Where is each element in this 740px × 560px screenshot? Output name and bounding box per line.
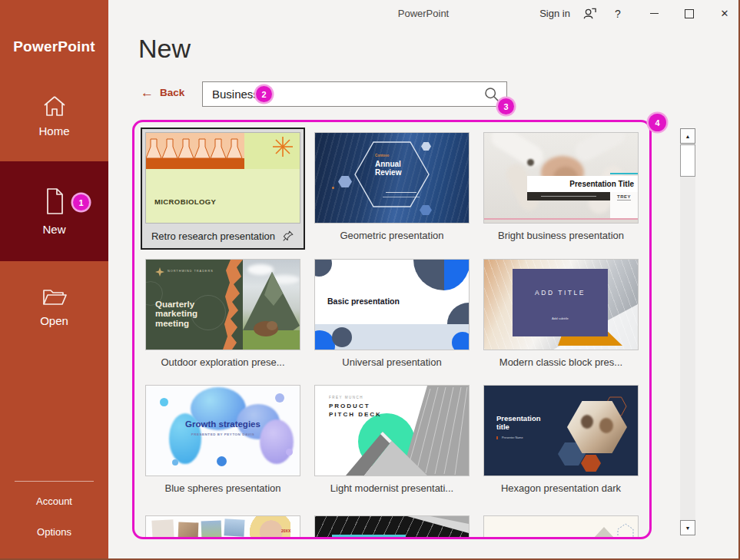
- corner-circle: [452, 332, 469, 350]
- sidebar-item-open[interactable]: Open: [0, 273, 108, 340]
- watch-shape: [527, 159, 534, 166]
- petal-shape: [444, 260, 469, 290]
- hexagon-outline: [315, 133, 469, 223]
- sphere-shape: [217, 456, 227, 466]
- slide-brand: Contoso: [375, 154, 389, 157]
- scroll-down-button[interactable]: ▼: [680, 520, 695, 535]
- back-arrow-icon: ←: [141, 86, 154, 99]
- template-card-partial-1[interactable]: 20XX: [146, 516, 300, 538]
- template-name[interactable]: Geometric presentation: [315, 230, 469, 241]
- template-card-partial-2[interactable]: [315, 516, 469, 538]
- new-document-icon: [42, 187, 67, 216]
- template-thumbnail[interactable]: MICROBIOLOGY: [146, 133, 300, 223]
- scroll-up-button[interactable]: ▲: [680, 128, 695, 144]
- flasks-illustration: [146, 133, 244, 169]
- slide-brand: NORTHWIND TRADERS: [168, 270, 214, 273]
- annotation-badge-3: 3: [498, 98, 514, 114]
- sidebar-item-home[interactable]: Home: [0, 86, 108, 146]
- open-folder-icon: [41, 286, 68, 307]
- help-button[interactable]: ?: [606, 0, 629, 27]
- template-name[interactable]: Light modernist presentati...: [315, 482, 469, 494]
- retro-peach-panel: [146, 133, 244, 169]
- fine-print-line: [541, 196, 596, 197]
- minimize-icon: [650, 13, 659, 15]
- template-card-partial-3[interactable]: [484, 516, 638, 538]
- sidebar-item-label: Home: [38, 124, 69, 138]
- slide-brand: TREY: [610, 194, 638, 199]
- maximize-icon: [685, 9, 694, 18]
- fine-print-line: [617, 200, 631, 200]
- template-card-universal[interactable]: Basic presentation: [315, 260, 469, 350]
- template-card-outdoor[interactable]: NORTHWIND TRADERS Quarterly marketing me…: [146, 260, 300, 350]
- template-card-modern-classic[interactable]: ADD TITLE Add subtitle: [484, 260, 638, 350]
- sidebar-item-options[interactable]: Options: [0, 526, 108, 538]
- template-card-bright-business[interactable]: Presentation Title TREY: [484, 133, 638, 223]
- dot-shape: [332, 187, 334, 189]
- slide-subtitle: Add subtitle: [513, 316, 608, 320]
- photo-shape: [581, 415, 593, 429]
- mountain-shape: [243, 260, 300, 350]
- sign-in-button[interactable]: Sign in: [536, 0, 574, 27]
- petal-shape: [447, 303, 469, 324]
- sign-in-label: Sign in: [539, 8, 570, 19]
- scrollbar[interactable]: ▲ ▼: [680, 128, 695, 535]
- sidebar-item-account[interactable]: Account: [0, 495, 108, 507]
- scroll-down-icon: ▼: [685, 525, 691, 531]
- back-button[interactable]: ← Back: [141, 86, 184, 99]
- mountain-photo: [243, 260, 300, 350]
- slide-title: Basic presentation: [327, 297, 400, 306]
- slide-subtitle: PRESENTED BY PEYTON DAVIS: [146, 432, 300, 436]
- fine-print-line: [386, 192, 416, 193]
- template-name[interactable]: Bright business presentation: [484, 230, 638, 241]
- template-card-hexagon-dark[interactable]: Presentation title Presenter Name: [484, 386, 638, 476]
- sphere-shape: [286, 449, 293, 456]
- photo-shape: [247, 516, 290, 538]
- close-button[interactable]: ✕: [709, 0, 740, 27]
- annotation-badge-4: 4: [649, 114, 666, 131]
- template-name[interactable]: Blue spheres presentation: [146, 482, 300, 494]
- search-input[interactable]: [203, 82, 494, 106]
- sidebar: PowerPoint Home New Open Account Options: [0, 0, 108, 558]
- template-name[interactable]: Outdoor exploration prese...: [146, 356, 300, 368]
- sidebar-item-label: New: [42, 223, 65, 236]
- template-name: Retro research presentation: [151, 230, 275, 242]
- template-name[interactable]: Hexagon presentation dark: [484, 482, 638, 494]
- slide-title: MICROBIOLOGY: [154, 197, 216, 206]
- minimize-button[interactable]: [639, 0, 669, 27]
- annotation-badge-1: 1: [73, 194, 89, 210]
- template-card-retro-research[interactable]: MICROBIOLOGY Retro research presentation: [141, 128, 305, 250]
- sidebar-item-new[interactable]: New: [0, 161, 108, 261]
- template-card-light-modernist[interactable]: FREY MUNCH PRODUCT PITCH DECK: [315, 386, 469, 476]
- retro-green-panel: [244, 133, 300, 169]
- sphere-shape: [172, 459, 178, 466]
- scroll-thumb[interactable]: [680, 144, 695, 177]
- pink-accent-line: [484, 218, 638, 220]
- cyan-accent-line: [610, 173, 638, 174]
- maximize-button[interactable]: [674, 0, 705, 27]
- retro-body-panel: MICROBIOLOGY: [146, 169, 300, 223]
- petal-shape: [413, 260, 444, 290]
- template-card-geometric[interactable]: Contoso Annual Review: [315, 133, 469, 223]
- title-block: ADD TITLE Add subtitle: [513, 269, 608, 336]
- photo-shape: [599, 418, 613, 433]
- person-icon: [582, 6, 598, 21]
- photo-tile: [201, 521, 222, 538]
- slide-title: ADD TITLE: [513, 289, 608, 297]
- pin-icon[interactable]: [281, 230, 294, 243]
- slide-title: PRODUCT PITCH DECK: [329, 403, 386, 419]
- switch-account-button[interactable]: [576, 0, 603, 27]
- starburst-icon: [272, 136, 294, 157]
- hex-shape: [581, 455, 601, 472]
- photo-shape: [572, 133, 629, 164]
- scroll-up-icon: ▲: [685, 134, 691, 139]
- template-name[interactable]: Modern classic block pres...: [484, 356, 638, 368]
- annotation-badge-2: 2: [256, 86, 272, 102]
- compass-icon: [155, 267, 164, 277]
- slide-subtitle: Presenter Name: [496, 436, 523, 439]
- search-icon[interactable]: [484, 87, 499, 102]
- sphere-shape: [160, 398, 168, 406]
- template-card-blue-spheres[interactable]: Growth strategies PRESENTED BY PEYTON DA…: [146, 386, 300, 476]
- slide-year: 20XX: [281, 529, 290, 533]
- template-name[interactable]: Universal presentation: [315, 356, 469, 368]
- title-band: Presentation Title: [527, 176, 638, 192]
